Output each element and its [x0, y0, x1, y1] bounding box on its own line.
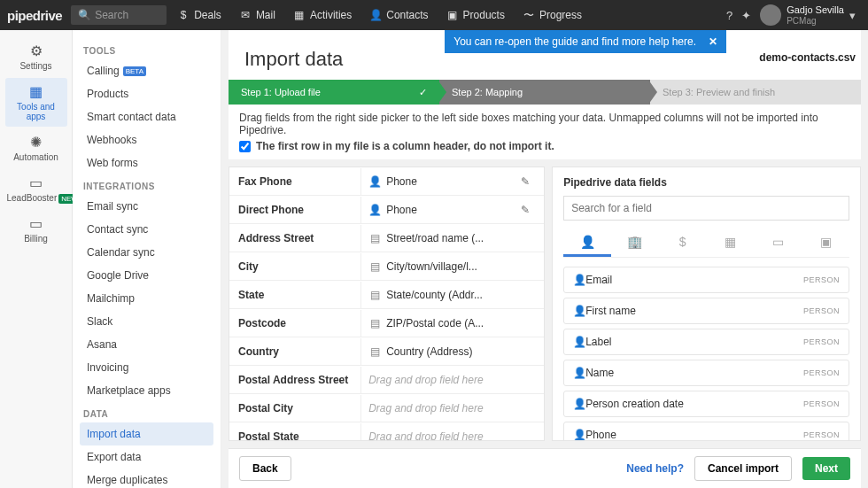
sidebar-item-emailsync[interactable]: Email sync: [80, 195, 213, 218]
need-help-link[interactable]: Need help?: [626, 462, 684, 475]
field-item[interactable]: 👤EmailPERSON: [563, 267, 849, 293]
step-mapping[interactable]: Step 2: Mapping: [439, 80, 650, 105]
sidebar-item-import[interactable]: Import data: [80, 422, 213, 445]
sidebar-item-marketplace[interactable]: Marketplace apps: [80, 379, 213, 402]
file-name: demo-contacts.csv: [759, 51, 856, 64]
sidebar-item-export[interactable]: Export data: [80, 445, 213, 469]
tab-deal[interactable]: $: [659, 229, 707, 257]
help-banner: You can re-open the guide and find more …: [445, 30, 726, 53]
mapping-row[interactable]: Address Street▤Street/road name (...: [229, 224, 544, 252]
field-item[interactable]: 👤Person creation datePERSON: [563, 391, 849, 417]
target-field[interactable]: ▤State/county (Addr...: [361, 282, 544, 308]
target-field[interactable]: Drag and drop field here: [361, 395, 544, 422]
target-field[interactable]: ▤City/town/village/l...: [361, 253, 544, 280]
field-search-input[interactable]: [563, 196, 849, 221]
rail-tools[interactable]: ▦Tools and apps: [5, 78, 67, 127]
target-field[interactable]: 👤Phone✎: [361, 197, 544, 223]
tab-person[interactable]: 👤: [563, 229, 611, 257]
grid-icon: ▦: [7, 83, 66, 100]
person-icon: 👤: [573, 429, 585, 441]
source-column: Address Street: [229, 225, 361, 252]
nav-rail: ⚙Settings ▦Tools and apps ✺Automation ▭L…: [0, 30, 73, 488]
target-field[interactable]: ▤ZIP/Postal code (A...: [361, 310, 544, 337]
nav-activities[interactable]: ▦Activities: [286, 0, 359, 30]
tab-note[interactable]: ▭: [754, 229, 802, 257]
nav-products[interactable]: ▣Products: [439, 0, 512, 30]
help-icon[interactable]: ?: [726, 9, 732, 22]
sidebar-item-webhooks[interactable]: Webhooks: [80, 128, 213, 151]
sidebar-item-mailchimp[interactable]: Mailchimp: [80, 287, 213, 310]
tips-icon[interactable]: ✦: [741, 9, 751, 22]
field-icon: ▤: [368, 289, 381, 301]
mapping-row[interactable]: State▤State/county (Addr...: [229, 281, 544, 309]
step-upload[interactable]: Step 1: Upload file✓: [229, 80, 439, 105]
header-checkbox-label[interactable]: The first row in my file is a column hea…: [239, 140, 850, 152]
mapping-row[interactable]: Postcode▤ZIP/Postal code (A...: [229, 309, 544, 337]
field-item[interactable]: 👤NamePERSON: [563, 360, 849, 386]
chart-icon: 〜: [523, 9, 535, 21]
mapping-row[interactable]: Postal StateDrag and drop field here: [229, 422, 544, 441]
building-icon: 🏢: [627, 235, 642, 249]
sidebar-item-asana[interactable]: Asana: [80, 333, 213, 356]
global-search[interactable]: 🔍 Search: [71, 5, 167, 25]
sidebar-item-webforms[interactable]: Web forms: [80, 151, 213, 174]
sidebar-item-invoicing[interactable]: Invoicing: [80, 356, 213, 379]
chat-icon: ▭: [7, 174, 66, 191]
sidebar-item-merge[interactable]: Merge duplicates: [80, 469, 213, 488]
edit-icon[interactable]: ✎: [521, 204, 537, 216]
sidebar-item-slack[interactable]: Slack: [80, 310, 213, 333]
sidebar-item-products[interactable]: Products: [80, 82, 213, 105]
fields-panel: Pipedrive data fields 👤 🏢 $ ▦ ▭ ▣ 👤Email…: [552, 167, 861, 441]
calendar-icon: ▦: [725, 235, 736, 249]
tab-product[interactable]: ▣: [802, 229, 849, 257]
person-icon: 👤: [368, 204, 381, 216]
rail-automation[interactable]: ✺Automation: [5, 128, 67, 167]
header-checkbox[interactable]: [239, 141, 251, 152]
mapping-row[interactable]: City▤City/town/village/l...: [229, 252, 544, 281]
sidebar-item-calendarsync[interactable]: Calendar sync: [80, 241, 213, 264]
nav-contacts[interactable]: 👤Contacts: [362, 0, 435, 30]
sidebar-item-calling[interactable]: CallingBETA: [80, 59, 213, 82]
target-field[interactable]: Drag and drop field here: [361, 367, 544, 393]
rail-billing[interactable]: ▭Billing: [5, 210, 67, 249]
edit-icon[interactable]: ✎: [521, 175, 537, 188]
target-field[interactable]: ▤Street/road name (...: [361, 225, 544, 252]
mapping-row[interactable]: Postal Address StreetDrag and drop field…: [229, 366, 544, 394]
person-icon: 👤: [368, 175, 381, 188]
field-icon: ▤: [368, 345, 381, 358]
wizard-steps: Step 1: Upload file✓ Step 2: Mapping Ste…: [229, 80, 861, 105]
tab-org[interactable]: 🏢: [611, 229, 659, 257]
cancel-import-button[interactable]: Cancel import: [694, 456, 792, 481]
user-menu[interactable]: Gadjo SevillaPCMag ▾: [760, 4, 856, 26]
mapping-row[interactable]: Fax Phone👤Phone✎: [229, 167, 544, 196]
next-button[interactable]: Next: [802, 457, 850, 480]
back-button[interactable]: Back: [239, 456, 291, 481]
mapping-panel: Fax Phone👤Phone✎Direct Phone👤Phone✎Addre…: [229, 167, 545, 441]
instruction-text: Drag fields from the right side picker t…: [239, 112, 850, 136]
field-item[interactable]: 👤PhonePERSON: [563, 422, 849, 441]
field-icon: ▤: [368, 260, 381, 273]
nav-progress[interactable]: 〜Progress: [515, 0, 589, 30]
logo[interactable]: pipedrive: [5, 8, 67, 23]
rail-leadbooster[interactable]: ▭LeadBoosterNEW: [5, 169, 67, 208]
mapping-row[interactable]: Postal CityDrag and drop field here: [229, 394, 544, 422]
nav-mail[interactable]: ✉Mail: [232, 0, 283, 30]
sidebar-item-googledrive[interactable]: Google Drive: [80, 264, 213, 287]
sidebar-item-contactsync[interactable]: Contact sync: [80, 218, 213, 241]
source-column: Country: [229, 338, 361, 365]
section-tools: TOOLS: [83, 46, 210, 56]
mapping-row[interactable]: Country▤Country (Address): [229, 337, 544, 366]
target-field[interactable]: ▤Country (Address): [361, 338, 544, 365]
nav-deals[interactable]: $Deals: [170, 0, 229, 30]
rail-settings[interactable]: ⚙Settings: [5, 37, 67, 76]
close-icon[interactable]: ✕: [709, 35, 717, 48]
field-item[interactable]: 👤First namePERSON: [563, 298, 849, 324]
mapping-row[interactable]: Direct Phone👤Phone✎: [229, 196, 544, 224]
target-field[interactable]: 👤Phone✎: [361, 168, 544, 195]
target-field[interactable]: Drag and drop field here: [361, 423, 544, 442]
sidebar-item-smart-contact[interactable]: Smart contact data: [80, 105, 213, 128]
tab-activity[interactable]: ▦: [707, 229, 755, 257]
field-item[interactable]: 👤LabelPERSON: [563, 329, 849, 355]
field-label: Person creation date: [585, 398, 684, 410]
banner-text: You can re-open the guide and find more …: [453, 35, 696, 48]
